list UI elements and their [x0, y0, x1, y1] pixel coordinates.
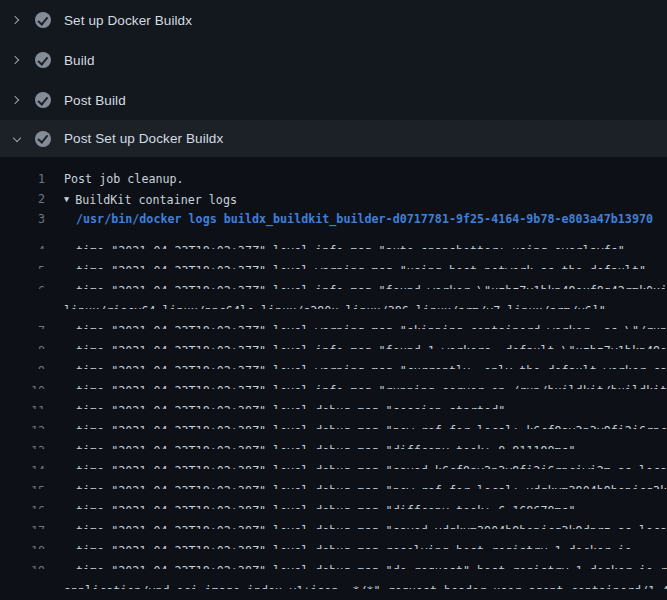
log-text: time="2021-04-23T18:02:37Z" level=warnin… [45, 321, 667, 329]
line-number[interactable]: 4 [0, 241, 45, 249]
log-row: 13time="2021-04-23T18:02:38Z" level=debu… [0, 429, 667, 449]
step-title: Post Set up Docker Buildx [64, 131, 223, 146]
log-text[interactable]: ▼BuildKit container logs [45, 189, 237, 209]
log-row: 20time="2021-04-23T18:02:38Z" level=debu… [0, 589, 667, 600]
log-row: 7time="2021-04-23T18:02:37Z" level=warni… [0, 309, 667, 329]
step-title: Post Build [64, 93, 126, 108]
log-text: Post job cleanup. [45, 169, 184, 189]
step-header[interactable]: Post Set up Docker Buildx [0, 120, 667, 157]
log-text: time="2021-04-23T18:02:38Z" level=debug … [45, 521, 667, 529]
line-number[interactable]: 19 [0, 561, 45, 569]
log-text: time="2021-04-23T18:02:37Z" level=info m… [45, 241, 625, 249]
log-text: time="2021-04-23T18:02:37Z" level=info m… [45, 281, 667, 289]
log-row: 18time="2021-04-23T18:02:38Z" level=debu… [0, 529, 667, 549]
log-row: 1Post job cleanup. [0, 169, 667, 189]
check-circle-icon [35, 131, 51, 147]
log-text: time="2021-04-23T18:02:37Z" level=warnin… [45, 261, 646, 269]
step-header[interactable]: Set up Docker Buildx [0, 0, 667, 40]
line-number[interactable]: 7 [0, 321, 45, 329]
line-number[interactable]: 2 [0, 189, 45, 209]
log-row: 12time="2021-04-23T18:02:38Z" level=debu… [0, 409, 667, 429]
check-circle-icon [35, 12, 51, 28]
line-number[interactable]: 10 [0, 381, 45, 389]
log-row: application/vnd.oci.image.index.v1+json,… [0, 569, 667, 589]
line-number[interactable]: 9 [0, 361, 45, 369]
command-text: /usr/bin/docker logs buildx_buildkit_bui… [45, 209, 653, 229]
line-number[interactable]: 5 [0, 261, 45, 269]
step-title: Set up Docker Buildx [64, 13, 192, 28]
log-text: time="2021-04-23T18:02:38Z" level=debug … [45, 461, 667, 469]
check-circle-icon [35, 52, 51, 68]
line-number[interactable]: 18 [0, 541, 45, 549]
log-row: 5time="2021-04-23T18:02:37Z" level=warni… [0, 249, 667, 269]
line-number[interactable]: 8 [0, 341, 45, 349]
log-row: 19time="2021-04-23T18:02:38Z" level=debu… [0, 549, 667, 569]
log-text: linux/riscv64 linux/ppc64le linux/s390x … [45, 301, 606, 309]
chevron-down-icon[interactable] [12, 134, 22, 144]
line-number[interactable]: 15 [0, 481, 45, 489]
log-text: time="2021-04-23T18:02:38Z" level=debug … [45, 441, 576, 449]
line-number [0, 301, 45, 309]
log-row: 6time="2021-04-23T18:02:37Z" level=info … [0, 269, 667, 289]
line-number[interactable]: 12 [0, 421, 45, 429]
log-text: time="2021-04-23T18:02:38Z" level=debug … [45, 541, 632, 549]
line-number[interactable]: 13 [0, 441, 45, 449]
line-number[interactable]: 14 [0, 461, 45, 469]
log-text: time="2021-04-23T18:02:37Z" level=warnin… [45, 361, 667, 369]
chevron-right-icon[interactable] [12, 55, 22, 65]
log-row: 14time="2021-04-23T18:02:38Z" level=debu… [0, 449, 667, 469]
log-row: 4time="2021-04-23T18:02:37Z" level=info … [0, 229, 667, 249]
chevron-right-icon[interactable] [12, 15, 22, 25]
line-number [0, 581, 45, 589]
group-toggle-icon[interactable]: ▼ [64, 189, 69, 209]
step-header[interactable]: Build [0, 40, 667, 80]
log-text: time="2021-04-23T18:02:38Z" level=debug … [45, 501, 576, 509]
log-row: 15time="2021-04-23T18:02:38Z" level=debu… [0, 469, 667, 489]
step-title: Build [64, 53, 95, 68]
line-number[interactable]: 11 [0, 401, 45, 409]
step-header[interactable]: Post Build [0, 80, 667, 120]
line-number[interactable]: 17 [0, 521, 45, 529]
log-text: time="2021-04-23T18:02:38Z" level=debug … [45, 481, 667, 489]
log-group-row: 2▼BuildKit container logs [0, 189, 667, 209]
log-text: time="2021-04-23T18:02:38Z" level=debug … [45, 421, 667, 429]
log-text: application/vnd.oci.image.index.v1+json,… [45, 581, 667, 589]
check-circle-icon [35, 92, 51, 108]
chevron-right-icon[interactable] [12, 95, 22, 105]
line-number[interactable]: 3 [0, 209, 45, 229]
log-text: time="2021-04-23T18:02:37Z" level=info m… [45, 341, 667, 349]
line-number[interactable]: 6 [0, 281, 45, 289]
log-row: 16time="2021-04-23T18:02:38Z" level=debu… [0, 489, 667, 509]
steps-list: Set up Docker BuildxBuildPost BuildPost … [0, 0, 667, 157]
log-row: linux/riscv64 linux/ppc64le linux/s390x … [0, 289, 667, 309]
workflow-log-panel: Set up Docker BuildxBuildPost BuildPost … [0, 0, 667, 600]
log-text: time="2021-04-23T18:02:38Z" level=debug … [45, 561, 667, 569]
line-number[interactable]: 1 [0, 169, 45, 189]
log-row: 17time="2021-04-23T18:02:38Z" level=debu… [0, 509, 667, 529]
log-row: 9time="2021-04-23T18:02:37Z" level=warni… [0, 349, 667, 369]
log-text: time="2021-04-23T18:02:37Z" level=info m… [45, 381, 667, 389]
log-text: time="2021-04-23T18:02:38Z" level=debug … [45, 401, 505, 409]
line-number[interactable]: 16 [0, 501, 45, 509]
log-lines: 1Post job cleanup.2▼BuildKit container l… [0, 157, 667, 600]
log-row: 11time="2021-04-23T18:02:38Z" level=debu… [0, 389, 667, 409]
log-row: 3/usr/bin/docker logs buildx_buildkit_bu… [0, 209, 667, 229]
log-row: 8time="2021-04-23T18:02:37Z" level=info … [0, 329, 667, 349]
log-row: 10time="2021-04-23T18:02:37Z" level=info… [0, 369, 667, 389]
